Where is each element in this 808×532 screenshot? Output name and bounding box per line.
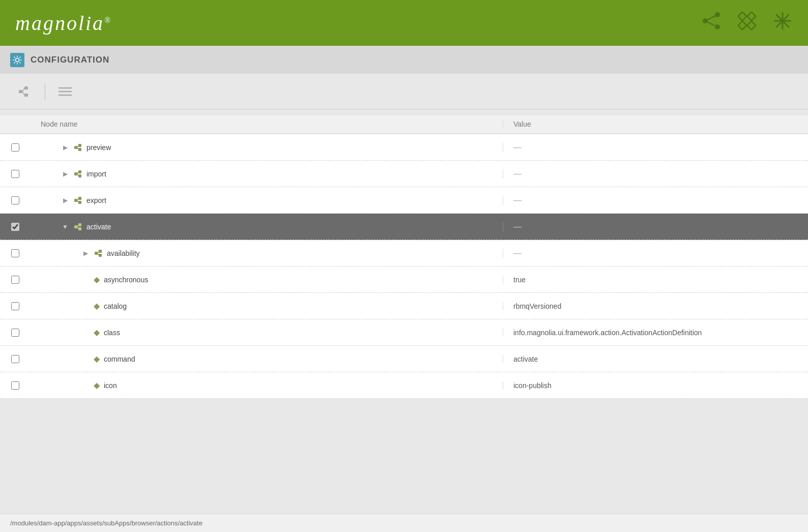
expand-arrow-activate[interactable]: ▼ <box>61 223 69 230</box>
node-icon-availability <box>94 249 103 258</box>
asterisk-icon[interactable] <box>772 11 793 36</box>
row-check-icon[interactable] <box>0 381 31 390</box>
row-name-activate: ▼ activate <box>31 217 503 237</box>
checkbox-activate[interactable] <box>11 223 19 231</box>
svg-line-3 <box>707 16 715 20</box>
tree-view-button[interactable] <box>15 82 35 101</box>
svg-rect-15 <box>24 86 28 90</box>
table-row[interactable]: ▶ ◆ catalog rbmqVersioned <box>0 293 808 319</box>
table-row[interactable]: ▶ ◆ icon icon-publish <box>0 372 808 399</box>
row-label-command: command <box>104 355 135 363</box>
svg-rect-33 <box>78 197 81 200</box>
row-check-export[interactable] <box>0 196 31 204</box>
expand-arrow-export[interactable]: ▶ <box>61 197 69 204</box>
menu-button[interactable] <box>55 83 75 100</box>
prop-icon-command: ◆ <box>94 354 100 364</box>
row-value-command: activate <box>503 355 808 363</box>
prop-icon-catalog: ◆ <box>94 301 100 311</box>
row-value-class: info.magnolia.ui.framework.action.Activa… <box>503 329 808 337</box>
svg-rect-37 <box>74 225 77 228</box>
row-name-availability: ▶ availability <box>31 244 503 263</box>
table-row[interactable]: ▶ import — <box>0 161 808 187</box>
row-value-asynchronous: true <box>503 276 808 284</box>
row-name-class: ▶ ◆ class <box>31 322 503 342</box>
checkbox-class[interactable] <box>11 329 19 337</box>
expand-arrow-availability[interactable]: ▶ <box>81 250 90 257</box>
table-row[interactable]: ▼ activate — <box>0 214 808 240</box>
table-row[interactable]: ▶ ◆ class info.magnolia.ui.framework.act… <box>0 319 808 346</box>
svg-line-18 <box>22 92 24 95</box>
row-name-asynchronous: ▶ ◆ asynchronous <box>31 270 503 289</box>
checkbox-asynchronous[interactable] <box>11 276 19 284</box>
row-name-catalog: ▶ ◆ catalog <box>31 296 503 316</box>
svg-rect-42 <box>95 252 98 255</box>
checkbox-icon[interactable] <box>11 381 19 390</box>
node-icon-export <box>73 196 82 205</box>
prop-icon-icon: ◆ <box>94 380 100 390</box>
node-icon-preview <box>73 143 82 152</box>
svg-rect-44 <box>99 254 102 257</box>
row-check-availability[interactable] <box>0 249 31 257</box>
row-value-import: — <box>503 169 808 179</box>
checkbox-export[interactable] <box>11 196 19 204</box>
header-icons <box>701 11 793 36</box>
svg-line-41 <box>77 227 78 229</box>
svg-rect-34 <box>78 201 81 204</box>
svg-line-4 <box>707 22 715 26</box>
expand-arrow-preview[interactable]: ▶ <box>61 144 69 151</box>
checkbox-import[interactable] <box>11 170 19 178</box>
row-label-icon: icon <box>104 381 117 390</box>
table-row[interactable]: ▶ export — <box>0 187 808 214</box>
value-dash-export: — <box>513 196 522 204</box>
checkbox-preview[interactable] <box>11 143 19 152</box>
toolbar-divider <box>45 83 45 100</box>
row-label-availability: availability <box>107 249 140 257</box>
config-icon <box>10 53 24 67</box>
row-check-asynchronous[interactable] <box>0 276 31 284</box>
sub-header: CONFIGURATION <box>0 46 808 74</box>
value-dash-availability: — <box>513 249 522 257</box>
page-title: CONFIGURATION <box>31 55 109 65</box>
row-label-asynchronous: asynchronous <box>104 276 148 284</box>
row-check-preview[interactable] <box>0 143 31 152</box>
node-icon-import <box>73 169 82 179</box>
svg-rect-6 <box>747 12 756 20</box>
config-table: Node name Value ▶ preview — <box>0 114 808 399</box>
checkbox-catalog[interactable] <box>11 302 19 310</box>
value-dash-import: — <box>513 169 522 178</box>
header-name-col: Node name <box>31 120 503 128</box>
checkbox-availability[interactable] <box>11 249 19 257</box>
svg-line-26 <box>77 147 78 150</box>
row-check-command[interactable] <box>0 355 31 363</box>
prop-icon-asynchronous: ◆ <box>94 275 100 284</box>
value-dash-activate: — <box>513 222 522 231</box>
svg-rect-16 <box>24 94 28 97</box>
checkbox-command[interactable] <box>11 355 19 363</box>
svg-point-13 <box>16 58 19 62</box>
row-check-catalog[interactable] <box>0 302 31 310</box>
row-check-class[interactable] <box>0 329 31 337</box>
table-row[interactable]: ▶ ◆ asynchronous true <box>0 267 808 293</box>
status-bar: /modules/dam-app/apps/assets/subApps/bro… <box>0 514 808 532</box>
svg-point-2 <box>715 24 720 29</box>
svg-line-45 <box>98 251 99 253</box>
table-row[interactable]: ▶ ◆ command activate <box>0 346 808 372</box>
svg-line-46 <box>98 253 99 255</box>
row-value-activate: — <box>503 222 808 231</box>
svg-line-25 <box>77 145 78 147</box>
grid-icon[interactable] <box>737 11 757 36</box>
svg-rect-7 <box>738 21 747 29</box>
row-label-activate: activate <box>86 223 111 231</box>
expand-arrow-import[interactable]: ▶ <box>61 170 69 178</box>
logo: magnolia® <box>15 11 112 35</box>
row-check-import[interactable] <box>0 170 31 178</box>
row-name-import: ▶ import <box>31 164 503 184</box>
row-check-activate[interactable] <box>0 223 31 231</box>
table-row[interactable]: ▶ availability — <box>0 240 808 267</box>
connect-icon[interactable] <box>701 11 722 36</box>
svg-line-30 <box>77 172 78 174</box>
svg-rect-14 <box>19 90 22 93</box>
table-row[interactable]: ▶ preview — <box>0 134 808 161</box>
row-name-export: ▶ export <box>31 191 503 210</box>
svg-rect-39 <box>78 227 81 230</box>
